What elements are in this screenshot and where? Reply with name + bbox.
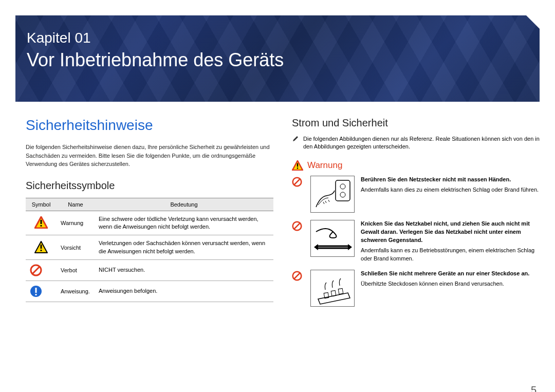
svg-line-26 [294,273,300,279]
block-bold: Knicken Sie das Netzkabel nicht, und zie… [361,220,540,245]
row-meaning: Eine schwere oder tödliche Verletzung ka… [95,211,273,235]
svg-marker-23 [314,244,318,250]
svg-rect-13 [297,167,298,169]
svg-line-15 [294,179,300,185]
table-row: Anweisung. Anweisungen befolgen. [26,281,273,302]
wet-hand-outlet-illustration [310,176,355,213]
svg-rect-16 [336,180,350,201]
th-symbol: Symbol [26,198,57,211]
prohibit-red-circle-icon [30,264,52,276]
svg-point-18 [340,192,345,197]
chapter-banner: Kapitel 01 Vor Inbetriebnahme des Geräts [15,15,540,102]
warning-block: Berühren Sie den Netzstecker nicht mit n… [292,176,540,213]
block-bold: Berühren Sie den Netzstecker nicht mit n… [361,176,540,184]
warning-heading: Warnung [292,160,540,171]
table-row: Warnung Eine schwere oder tödliche Verle… [26,211,273,235]
svg-line-7 [32,267,40,274]
section-heading-safety: Sicherheitshinweise [26,117,273,134]
caution-yellow-triangle-icon [34,241,48,253]
left-column: Sicherheitshinweise Die folgenden Sicher… [26,117,273,314]
row-name: Verbot [57,260,95,281]
prohibit-red-circle-icon [292,177,302,187]
row-name: Warnung [57,211,95,235]
row-meaning: NICHT versuchen. [95,260,273,281]
section-heading-power: Strom und Sicherheit [292,117,540,129]
block-bold: Schließen Sie nicht mehrere Geräte an nu… [361,270,540,278]
warning-block: Knicken Sie das Netzkabel nicht, und zie… [292,220,540,263]
row-name: Anweisung. [57,281,95,302]
svg-rect-1 [41,220,42,224]
block-body: Andernfalls kann es zu Betriebsstörungen… [361,247,534,262]
th-name: Name [57,198,95,211]
page-number: 5 [531,384,536,392]
bent-cable-illustration [310,220,355,257]
row-meaning: Verletzungen oder Sachschäden können ver… [95,235,273,260]
table-row: Verbot NICHT versuchen. [26,260,273,281]
pencil-icon [292,135,299,151]
power-strip-fire-illustration [310,270,355,307]
svg-marker-24 [348,244,352,250]
right-column: Strom und Sicherheit Die folgenden Abbil… [292,117,540,314]
instruction-blue-circle-icon [30,285,52,297]
block-body: Überhitzte Steckdosen können einen Brand… [361,281,504,287]
chapter-title: Vor Inbetriebnahme des Geräts [27,49,528,71]
row-name: Vorsicht [57,235,95,260]
reference-note: Die folgenden Abbildungen dienen nur als… [292,135,540,151]
svg-rect-29 [338,289,343,294]
safety-symbols-table: Symbol Name Bedeutung Warnung Eine schwe… [26,198,273,303]
row-meaning: Anweisungen befolgen. [95,281,273,302]
svg-rect-5 [41,250,42,251]
svg-point-17 [340,184,345,189]
prohibit-red-circle-icon [292,271,302,281]
note-text: Die folgenden Abbildungen dienen nur als… [303,135,540,151]
svg-rect-10 [35,294,37,295]
table-row: Vorsicht Verletzungen oder Sachschäden k… [26,235,273,260]
svg-rect-12 [297,163,298,167]
svg-rect-9 [35,288,37,293]
svg-line-20 [294,223,300,229]
prohibit-red-circle-icon [292,221,302,231]
chapter-label: Kapitel 01 [27,30,528,46]
svg-rect-4 [41,245,42,249]
svg-rect-2 [41,225,42,227]
block-body: Andernfalls kann dies zu einem elektrisc… [361,186,539,193]
intro-paragraph: Die folgenden Sicherheitshinweise dienen… [26,143,273,169]
th-meaning: Bedeutung [95,198,273,211]
warning-triangle-icon [292,160,303,171]
symbols-subheading: Sicherheitssymbole [26,180,273,192]
warning-block: Schließen Sie nicht mehrere Geräte an nu… [292,270,540,307]
warning-title: Warnung [307,160,342,171]
warning-red-triangle-icon [34,216,48,229]
